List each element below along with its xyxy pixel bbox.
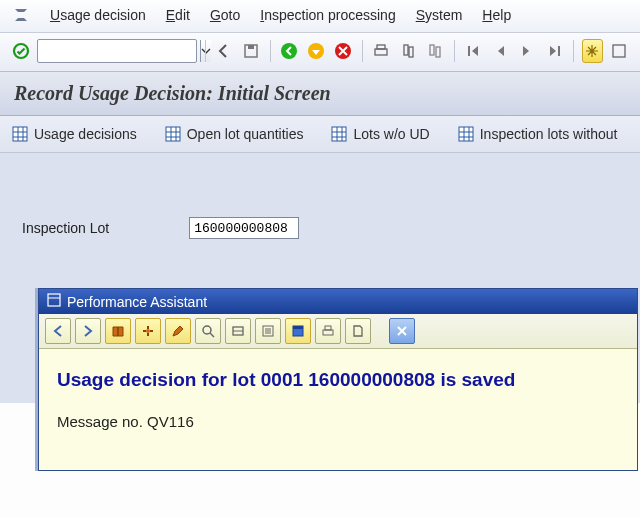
first-page-button[interactable] bbox=[463, 39, 484, 63]
new-session-button[interactable] bbox=[582, 39, 603, 63]
svg-rect-45 bbox=[293, 326, 303, 329]
pa-list-button[interactable] bbox=[255, 318, 281, 344]
window-icon bbox=[47, 293, 61, 310]
svg-rect-33 bbox=[48, 294, 60, 306]
app-btn-usage-decisions[interactable]: Usage decisions bbox=[12, 126, 137, 142]
command-field[interactable] bbox=[37, 39, 197, 63]
separator bbox=[454, 40, 455, 62]
grid-icon bbox=[165, 126, 181, 142]
pa-book-button[interactable] bbox=[105, 318, 131, 344]
next-page-button[interactable] bbox=[517, 39, 538, 63]
svg-rect-18 bbox=[166, 127, 180, 141]
last-page-button[interactable] bbox=[544, 39, 565, 63]
performance-assistant-toolbar bbox=[39, 314, 637, 349]
svg-point-36 bbox=[203, 326, 211, 334]
separator bbox=[270, 40, 271, 62]
pa-search-button[interactable] bbox=[195, 318, 221, 344]
grid-icon bbox=[458, 126, 474, 142]
performance-assistant-titlebar[interactable]: Performance Assistant bbox=[39, 289, 637, 314]
find-next-button[interactable] bbox=[425, 39, 446, 63]
svg-rect-2 bbox=[248, 45, 254, 49]
separator bbox=[362, 40, 363, 62]
separator bbox=[205, 40, 206, 62]
inspection-lot-row: Inspection Lot bbox=[22, 217, 299, 239]
svg-line-37 bbox=[210, 333, 214, 337]
menubar: Usage decision Edit Goto Inspection proc… bbox=[0, 0, 640, 33]
page-title: Record Usage Decision: Initial Screen bbox=[0, 72, 640, 116]
separator bbox=[573, 40, 574, 62]
menu-usage-decision[interactable]: Usage decision bbox=[50, 7, 146, 23]
back-green-button[interactable] bbox=[279, 39, 300, 63]
svg-rect-28 bbox=[459, 127, 473, 141]
grid-icon bbox=[12, 126, 28, 142]
exit-button[interactable] bbox=[306, 39, 327, 63]
print-button[interactable] bbox=[371, 39, 392, 63]
app-btn-lots-without-ud[interactable]: Lots w/o UD bbox=[331, 126, 429, 142]
menu-system[interactable]: System bbox=[416, 7, 463, 23]
pa-maximize-button[interactable] bbox=[285, 318, 311, 344]
svg-rect-8 bbox=[404, 45, 408, 55]
performance-assistant-title: Performance Assistant bbox=[67, 294, 207, 310]
app-btn-open-lot-quantities[interactable]: Open lot quantities bbox=[165, 126, 304, 142]
prev-page-button[interactable] bbox=[490, 39, 511, 63]
svg-rect-13 bbox=[13, 127, 27, 141]
svg-rect-12 bbox=[613, 45, 625, 57]
svg-rect-23 bbox=[332, 127, 346, 141]
app-btn-label: Usage decisions bbox=[34, 126, 137, 142]
menu-edit[interactable]: Edit bbox=[166, 7, 190, 23]
svg-rect-10 bbox=[430, 45, 434, 55]
grid-icon bbox=[331, 126, 347, 142]
pa-where-used-button[interactable] bbox=[225, 318, 251, 344]
svg-rect-11 bbox=[436, 47, 440, 57]
svg-rect-7 bbox=[377, 45, 385, 49]
pa-edit-button[interactable] bbox=[165, 318, 191, 344]
performance-assistant-window: Performance Assistant Usage decision for… bbox=[38, 288, 638, 471]
save-button[interactable] bbox=[241, 39, 262, 63]
cancel-button[interactable] bbox=[333, 39, 354, 63]
pa-forward-button[interactable] bbox=[75, 318, 101, 344]
app-btn-inspection-lots-without[interactable]: Inspection lots without bbox=[458, 126, 618, 142]
performance-assistant-body: Usage decision for lot 0001 160000000808… bbox=[39, 349, 637, 470]
app-btn-label: Lots w/o UD bbox=[353, 126, 429, 142]
pa-document-button[interactable] bbox=[345, 318, 371, 344]
svg-rect-46 bbox=[323, 330, 333, 335]
menu-inspection-processing[interactable]: Inspection processing bbox=[260, 7, 395, 23]
application-toolbar: Usage decisions Open lot quantities Lots… bbox=[0, 116, 640, 153]
enter-button[interactable] bbox=[10, 39, 31, 63]
command-input[interactable] bbox=[38, 40, 200, 62]
back-button[interactable] bbox=[214, 39, 235, 63]
inspection-lot-label: Inspection Lot bbox=[22, 220, 109, 236]
pa-back-button[interactable] bbox=[45, 318, 71, 344]
layout-button[interactable] bbox=[609, 39, 630, 63]
svg-rect-6 bbox=[375, 49, 387, 55]
svg-point-35 bbox=[146, 329, 150, 333]
standard-toolbar bbox=[0, 33, 640, 72]
app-btn-label: Open lot quantities bbox=[187, 126, 304, 142]
menu-goto[interactable]: Goto bbox=[210, 7, 240, 23]
pa-tech-info-button[interactable] bbox=[135, 318, 161, 344]
svg-point-3 bbox=[281, 43, 297, 59]
inspection-lot-input[interactable] bbox=[189, 217, 299, 239]
svg-rect-47 bbox=[325, 326, 331, 330]
menu-indicator-icon bbox=[12, 6, 30, 24]
pa-close-button[interactable] bbox=[389, 318, 415, 344]
app-btn-label: Inspection lots without bbox=[480, 126, 618, 142]
pa-heading: Usage decision for lot 0001 160000000808… bbox=[57, 369, 619, 391]
find-button[interactable] bbox=[398, 39, 419, 63]
pa-message: Message no. QV116 bbox=[57, 413, 619, 430]
pa-print-button[interactable] bbox=[315, 318, 341, 344]
svg-rect-9 bbox=[409, 47, 413, 57]
menu-help[interactable]: Help bbox=[482, 7, 511, 23]
